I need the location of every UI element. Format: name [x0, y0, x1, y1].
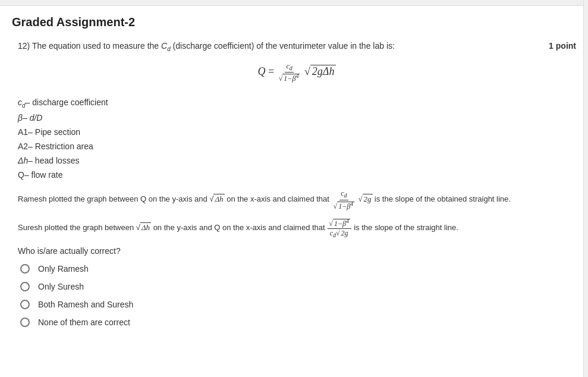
- def-A1: A1– Pipe section: [18, 127, 576, 137]
- top-bar: [0, 0, 588, 6]
- ramesh-description: Ramesh plotted the graph between Q on th…: [18, 189, 576, 211]
- radio-circle-ramesh: [20, 264, 30, 274]
- who-correct-question: Who is/are actually correct?: [18, 246, 576, 256]
- option-only-ramesh-label: Only Ramesh: [38, 264, 89, 274]
- question-number: 12): [18, 41, 30, 51]
- option-both-label: Both Ramesh and Suresh: [38, 300, 133, 309]
- suresh-description: Suresh plotted the graph between √Δh on …: [18, 218, 576, 239]
- def-beta: β– d/D: [18, 113, 576, 122]
- description-block: Ramesh plotted the graph between Q on th…: [18, 189, 576, 239]
- right-scrollbar[interactable]: [583, 0, 588, 377]
- option-only-ramesh[interactable]: Only Ramesh: [20, 264, 576, 274]
- def-Q: Q– flow rate: [18, 170, 576, 180]
- option-none-label: None of them are correct: [38, 318, 130, 327]
- radio-circle-both: [20, 300, 30, 309]
- def-A2: A2– Restriction area: [18, 142, 576, 151]
- radio-circle-none: [20, 318, 30, 327]
- option-both[interactable]: Both Ramesh and Suresh: [20, 300, 576, 309]
- def-deltah: Δh– head losses: [18, 156, 576, 165]
- question-header: 12) The equation used to measure the Cd …: [18, 41, 576, 52]
- page-title: Graded Assignment-2: [12, 15, 576, 29]
- definitions-block: cd– discharge coefficient β– d/D A1– Pip…: [18, 98, 576, 180]
- option-only-suresh[interactable]: Only Suresh: [20, 282, 576, 291]
- radio-options-list: Only Ramesh Only Suresh Both Ramesh and …: [20, 264, 576, 327]
- def-cd: cd– discharge coefficient: [18, 98, 576, 109]
- question-text: 12) The equation used to measure the Cd …: [18, 41, 537, 52]
- formula-display: Q = cd √1−β4 √2gΔh: [18, 62, 576, 83]
- radio-circle-suresh: [20, 282, 30, 291]
- question-block: 12) The equation used to measure the Cd …: [18, 41, 576, 327]
- option-none[interactable]: None of them are correct: [20, 318, 576, 327]
- points-label: 1 point: [549, 41, 576, 51]
- option-only-suresh-label: Only Suresh: [38, 282, 84, 291]
